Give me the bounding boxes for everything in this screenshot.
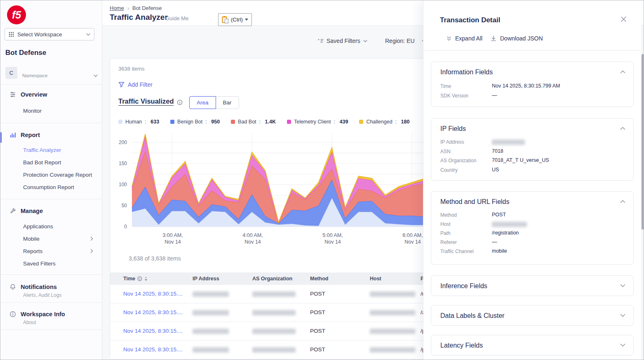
sidebar-item-traffic-analyzer[interactable]: Traffic Analyzer bbox=[23, 147, 61, 153]
section-title[interactable]: Method and URL Fields bbox=[440, 198, 510, 206]
chevron-down-icon[interactable] bbox=[620, 343, 625, 347]
region-dropdown[interactable]: Region: EU bbox=[385, 37, 426, 45]
active-section-indicator bbox=[0, 132, 2, 143]
namespace-label: Namespace bbox=[22, 73, 47, 79]
sidebar-item-label: Workspace Info bbox=[21, 311, 65, 317]
saved-filters-dropdown[interactable]: Saved Filters bbox=[317, 37, 367, 45]
chevron-down-icon bbox=[86, 33, 90, 36]
sidebar-item-mobile[interactable]: Mobile bbox=[23, 236, 40, 242]
section-title[interactable]: Latency Fields bbox=[440, 342, 483, 349]
field-value: US bbox=[492, 167, 499, 173]
panel-scrollbar[interactable] bbox=[642, 54, 644, 230]
section-title[interactable]: IP Fields bbox=[440, 125, 466, 133]
download-icon bbox=[491, 36, 496, 41]
sidebar-item-label: Manage bbox=[21, 208, 43, 214]
chevron-down-icon bbox=[363, 40, 367, 43]
method-cell: POST bbox=[310, 346, 325, 353]
divider bbox=[423, 50, 641, 51]
chevron-up-icon[interactable] bbox=[620, 127, 625, 130]
saved-filters-label: Saved Filters bbox=[327, 38, 360, 44]
legend-item-benign-bot[interactable]: Benign Bot: 950 bbox=[170, 119, 220, 125]
time-link[interactable]: Nov 14 2025, 8:30:15.... bbox=[123, 346, 183, 353]
chevron-right-icon bbox=[90, 237, 93, 241]
section-title[interactable]: Inference Fields bbox=[440, 282, 487, 290]
sidebar-item-reports[interactable]: Reports bbox=[23, 248, 42, 254]
section-information-fields: Information Fields Time Nov 14 2025, 8:3… bbox=[431, 62, 634, 107]
sidebar-item-notifications[interactable]: Notifications bbox=[9, 284, 57, 290]
method-cell: POST bbox=[310, 309, 325, 315]
paste-options-popup[interactable]: (Ctrl) bbox=[218, 13, 252, 26]
section-method-url-fields: Method and URL Fields Method POST Host P… bbox=[431, 191, 634, 265]
area-view-button[interactable]: Area bbox=[189, 96, 216, 109]
region-label: Region: EU bbox=[385, 38, 415, 44]
f5-logo: f5 bbox=[7, 5, 26, 24]
x-axis-tick: 4:00 AM,Nov 14 bbox=[230, 232, 275, 245]
sidebar-item-applications[interactable]: Applications bbox=[23, 223, 53, 230]
sidebar-item-monitor[interactable]: Monitor bbox=[23, 108, 42, 114]
transaction-detail-panel: Transaction Detail Expand All Download J… bbox=[423, 0, 641, 360]
section-latency-fields[interactable]: Latency Fields bbox=[431, 335, 634, 355]
sidebar-item-protection-coverage-report[interactable]: Protection Coverage Report bbox=[23, 172, 92, 178]
legend-value: 1.4K bbox=[265, 119, 276, 125]
add-filter-button[interactable]: Add Filter bbox=[118, 81, 153, 88]
column-header-time[interactable]: Time bbox=[123, 276, 148, 282]
legend-item-telemetry-client[interactable]: Telemetry Client: 439 bbox=[287, 119, 348, 125]
sidebar-item-overview[interactable]: Overview bbox=[9, 91, 47, 98]
field-value: 7018_AT_T U_verse_US bbox=[492, 157, 549, 163]
time-link[interactable]: Nov 14 2025, 8:30:15.... bbox=[123, 291, 183, 297]
section-title[interactable]: Information Fields bbox=[440, 69, 493, 76]
legend-item-human[interactable]: Human: 633 bbox=[118, 119, 159, 125]
svg-text:0: 0 bbox=[124, 224, 127, 230]
section-inference-fields[interactable]: Inference Fields bbox=[431, 275, 634, 296]
redacted-as-organization bbox=[252, 347, 296, 353]
method-cell: POST bbox=[310, 328, 325, 334]
sidebar-item-consumption-report[interactable]: Consumption Report bbox=[23, 184, 74, 190]
sidebar-item-workspace-info[interactable]: Workspace Info bbox=[9, 311, 65, 317]
funnel-icon bbox=[118, 82, 125, 88]
time-link[interactable]: Nov 14 2025, 8:30:15.... bbox=[123, 328, 183, 334]
chevron-down-icon[interactable] bbox=[620, 284, 625, 287]
sidebar-item-label: Overview bbox=[21, 91, 47, 98]
legend-label: Benign Bot bbox=[177, 119, 202, 125]
section-data-labels-cluster[interactable]: Data Labels & Cluster bbox=[431, 305, 634, 326]
sidebar-item-manage[interactable]: Manage bbox=[9, 208, 43, 214]
chart-legend: Human: 633 Benign Bot: 950 Bad Bot: 1.4K… bbox=[118, 119, 409, 125]
legend-item-challenged[interactable]: Challenged: 180 bbox=[359, 119, 409, 125]
column-header-as-organization: AS Organization bbox=[252, 276, 292, 282]
x-axis-tick: 3:00 AM,Nov 14 bbox=[150, 232, 195, 245]
info-icon bbox=[9, 311, 16, 317]
guide-me-link[interactable]: Guide Me bbox=[165, 15, 188, 21]
download-json-button[interactable]: Download JSON bbox=[491, 35, 543, 42]
field-value: mobile bbox=[492, 248, 507, 254]
legend-swatch bbox=[359, 120, 363, 124]
results-count: 3,638 of 3,638 items bbox=[129, 255, 181, 262]
chevron-down-icon[interactable] bbox=[620, 314, 625, 317]
redacted-host bbox=[370, 291, 415, 297]
field-value: /registration bbox=[492, 230, 519, 236]
svg-text:150: 150 bbox=[119, 161, 127, 166]
legend-item-bad-bot[interactable]: Bad Bot: 1.4K bbox=[231, 119, 276, 125]
chevron-up-icon[interactable] bbox=[620, 70, 625, 73]
sidebar-item-saved-filters[interactable]: Saved Filters bbox=[23, 261, 56, 267]
redacted-ip-address bbox=[193, 291, 229, 297]
time-link[interactable]: Nov 14 2025, 8:30:15.... bbox=[123, 309, 183, 315]
sort-icon[interactable] bbox=[144, 276, 148, 281]
chevron-up-icon[interactable] bbox=[620, 200, 625, 203]
workspace-selector[interactable]: Select Workspace bbox=[5, 28, 94, 40]
sidebar-item-bad-bot-report[interactable]: Bad Bot Report bbox=[23, 159, 61, 166]
info-icon[interactable] bbox=[137, 276, 142, 281]
info-icon[interactable] bbox=[177, 99, 183, 105]
breadcrumb-home[interactable]: Home bbox=[110, 5, 124, 11]
sidebar-item-report[interactable]: Report bbox=[9, 132, 40, 138]
bar-view-button[interactable]: Bar bbox=[216, 96, 239, 109]
close-icon[interactable] bbox=[620, 16, 627, 22]
expand-all-button[interactable]: Expand All bbox=[447, 35, 482, 42]
field-label: ASN bbox=[440, 149, 451, 154]
section-title[interactable]: Data Labels & Cluster bbox=[440, 312, 505, 320]
field-label: IP Address bbox=[440, 139, 464, 145]
redacted-as-organization bbox=[252, 329, 296, 334]
breadcrumb-current: Bot Defense bbox=[132, 5, 162, 11]
traffic-area-chart[interactable]: 050100150200 bbox=[116, 131, 426, 230]
redacted-host bbox=[370, 347, 415, 353]
namespace-selector[interactable]: C Namespace bbox=[5, 66, 98, 79]
